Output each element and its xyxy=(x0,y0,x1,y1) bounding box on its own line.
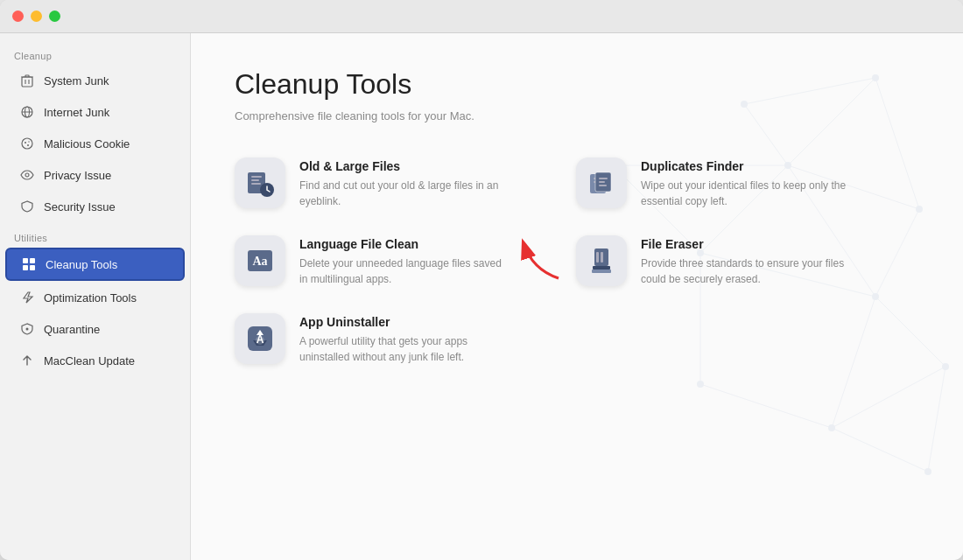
cleanup-tools-label: Cleanup Tools xyxy=(46,258,117,271)
app-body: Cleanup System Junk xyxy=(0,33,963,560)
duplicates-finder-desc: Wipe out your identical files to keep on… xyxy=(641,178,847,209)
duplicates-finder-name: Duplicates Finder xyxy=(641,159,847,173)
svg-line-27 xyxy=(700,384,832,428)
file-eraser-desc: Provide three standards to ensure your f… xyxy=(641,256,847,287)
svg-point-37 xyxy=(872,293,879,300)
svg-rect-11 xyxy=(23,258,28,263)
globe-icon xyxy=(19,104,35,120)
duplicates-finder-info: Duplicates Finder Wipe out your identica… xyxy=(641,158,847,209)
system-junk-label: System Junk xyxy=(44,74,109,88)
svg-rect-13 xyxy=(23,265,28,270)
cleanup-section-label: Cleanup xyxy=(0,40,190,65)
duplicates-finder-icon xyxy=(586,167,617,199)
svg-rect-56 xyxy=(599,185,607,186)
app-uninstaller-info: App Uninstaller A powerful utility that … xyxy=(299,313,506,365)
old-large-files-icon-wrap xyxy=(235,158,285,208)
svg-rect-54 xyxy=(599,178,608,179)
file-eraser-icon-wrap xyxy=(576,235,627,286)
svg-text:Aa: Aa xyxy=(252,255,267,268)
eye-icon xyxy=(19,167,35,183)
file-eraser-info: File Eraser Provide three standards to e… xyxy=(641,235,847,287)
svg-point-44 xyxy=(741,101,748,108)
quarantine-label: Quarantine xyxy=(44,323,100,336)
main-content: Cleanup Tools Comprehensive file cleanin… xyxy=(191,33,963,560)
tool-item-app-uninstaller[interactable]: A App Uninstaller A powerful utility tha… xyxy=(235,313,506,365)
duplicates-finder-icon-wrap xyxy=(576,158,627,208)
language-file-clean-icon-wrap: Aa xyxy=(235,235,285,286)
svg-rect-62 xyxy=(601,252,603,262)
trash-icon xyxy=(19,73,35,88)
sidebar-item-security-issue[interactable]: Security Issue xyxy=(5,192,185,221)
file-eraser-icon xyxy=(586,245,617,276)
tool-item-file-eraser[interactable]: File Eraser Provide three standards to e… xyxy=(576,235,847,287)
sidebar-item-privacy-issue[interactable]: Privacy Issue xyxy=(5,160,185,190)
titlebar xyxy=(0,0,963,33)
app-uninstaller-icon-wrap: A xyxy=(235,313,285,364)
sidebar-item-system-junk[interactable]: System Junk xyxy=(5,66,185,95)
language-file-clean-name: Language File Clean xyxy=(299,237,506,251)
svg-line-29 xyxy=(832,428,928,472)
svg-point-8 xyxy=(27,144,29,146)
svg-line-22 xyxy=(875,297,945,367)
malicious-cookie-label: Malicious Cookie xyxy=(44,137,130,150)
tool-item-duplicates-finder[interactable]: Duplicates Finder Wipe out your identica… xyxy=(576,158,847,209)
arrow-up-icon xyxy=(19,353,35,368)
sidebar-item-malicious-cookie[interactable]: Malicious Cookie xyxy=(5,129,185,158)
svg-point-42 xyxy=(697,381,704,388)
svg-line-30 xyxy=(928,367,945,472)
svg-point-39 xyxy=(942,363,949,370)
macclean-update-label: MacClean Update xyxy=(44,354,135,368)
file-eraser-name: File Eraser xyxy=(641,237,847,251)
grid-icon xyxy=(21,256,37,272)
bolt-icon xyxy=(19,290,35,305)
svg-rect-0 xyxy=(22,77,32,87)
security-issue-label: Security Issue xyxy=(44,200,116,214)
svg-point-36 xyxy=(916,206,923,213)
svg-rect-46 xyxy=(251,176,262,178)
old-large-files-desc: Find and cut out your old & large files … xyxy=(299,178,506,209)
sidebar-item-cleanup-tools[interactable]: Cleanup Tools xyxy=(5,248,185,281)
tool-item-old-large-files[interactable]: Old & Large Files Find and cut out your … xyxy=(235,158,506,209)
sidebar: Cleanup System Junk xyxy=(0,33,191,560)
app-window: Cleanup System Junk xyxy=(0,0,963,560)
maximize-button[interactable] xyxy=(49,10,60,22)
svg-point-15 xyxy=(26,328,29,331)
svg-rect-14 xyxy=(30,265,35,270)
privacy-issue-label: Privacy Issue xyxy=(44,169,111,182)
svg-rect-61 xyxy=(596,252,599,262)
svg-rect-55 xyxy=(599,181,605,183)
svg-point-43 xyxy=(924,468,931,475)
sidebar-item-quarantine[interactable]: Quarantine xyxy=(5,314,185,344)
svg-rect-48 xyxy=(251,183,261,185)
old-large-files-icon xyxy=(244,167,276,199)
sidebar-item-optimization-tools[interactable]: Optimization Tools xyxy=(5,283,185,312)
language-file-clean-icon: Aa xyxy=(244,245,276,276)
svg-rect-63 xyxy=(592,270,611,273)
svg-text:A: A xyxy=(257,333,264,346)
old-large-files-name: Old & Large Files xyxy=(299,159,506,173)
svg-line-23 xyxy=(832,367,945,428)
minimize-button[interactable] xyxy=(31,10,42,22)
svg-rect-60 xyxy=(593,266,610,270)
optimization-tools-label: Optimization Tools xyxy=(44,291,137,304)
tool-item-language-file-clean[interactable]: Aa Language File Clean Delete your unnee… xyxy=(235,235,506,287)
shield-icon xyxy=(19,199,35,214)
language-file-clean-info: Language File Clean Delete your unneeded… xyxy=(299,235,506,287)
page-subtitle: Comprehensive file cleaning tools for yo… xyxy=(235,109,919,122)
old-large-files-info: Old & Large Files Find and cut out your … xyxy=(299,158,506,209)
utilities-section-label: Utilities xyxy=(0,222,190,247)
svg-point-6 xyxy=(22,138,32,149)
sidebar-item-internet-junk[interactable]: Internet Junk xyxy=(5,97,185,127)
svg-line-18 xyxy=(875,209,919,297)
app-uninstaller-name: App Uninstaller xyxy=(299,315,506,329)
close-button[interactable] xyxy=(12,10,24,22)
sidebar-item-macclean-update[interactable]: MacClean Update xyxy=(5,346,185,375)
language-file-clean-desc: Delete your unneeded language files save… xyxy=(299,256,506,287)
app-uninstaller-icon: A xyxy=(244,323,276,354)
svg-point-40 xyxy=(828,424,835,431)
svg-point-7 xyxy=(25,142,26,144)
app-uninstaller-desc: A powerful utility that gets your apps u… xyxy=(299,333,506,365)
page-title: Cleanup Tools xyxy=(235,68,919,101)
tools-grid: Old & Large Files Find and cut out your … xyxy=(235,158,847,365)
cookie-icon xyxy=(19,136,35,151)
